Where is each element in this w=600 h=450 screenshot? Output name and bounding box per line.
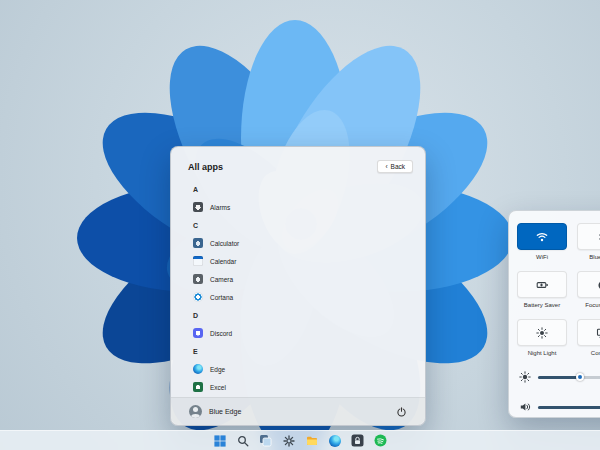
green-app-button[interactable] — [373, 433, 388, 448]
alarms-app-icon — [193, 202, 203, 212]
quick-settings-panel: WiFi Bluetooth Battery Saver Focus assis… — [508, 210, 600, 418]
lock-app-icon — [351, 434, 364, 447]
back-button[interactable]: ‹ Back — [377, 160, 413, 173]
discord-app-icon — [193, 328, 203, 338]
task-view-button[interactable] — [258, 433, 273, 448]
night-light-label: Night Light — [517, 350, 567, 356]
settings-button[interactable] — [281, 433, 296, 448]
cortana-app-icon — [193, 292, 203, 302]
user-avatar — [189, 405, 202, 418]
search-button[interactable] — [235, 433, 250, 448]
task-view-icon — [259, 434, 272, 447]
camera-app-icon — [193, 274, 203, 284]
search-icon — [237, 435, 249, 447]
power-icon — [396, 406, 407, 418]
back-chevron-icon: ‹ — [385, 163, 387, 170]
bluetooth-toggle[interactable] — [577, 223, 600, 250]
start-menu-header: All apps ‹ Back — [188, 160, 413, 173]
start-icon — [214, 435, 226, 447]
app-item-cortana[interactable]: Cortana — [191, 288, 415, 306]
file-explorer-button[interactable] — [304, 433, 319, 448]
app-item-calculator[interactable]: Calculator — [191, 234, 415, 252]
night-light-icon — [536, 327, 548, 339]
user-account-button[interactable]: Blue Edge — [189, 405, 241, 418]
volume-slider[interactable] — [519, 401, 600, 413]
section-letter-e[interactable]: E — [191, 342, 415, 360]
excel-app-icon — [193, 382, 203, 392]
wifi-icon — [536, 231, 548, 242]
quick-setting-wifi: WiFi — [517, 223, 567, 260]
edge-app-icon — [193, 364, 203, 374]
lock-app-button[interactable] — [350, 433, 365, 448]
user-name: Blue Edge — [209, 408, 241, 415]
section-letter-a[interactable]: A — [191, 180, 415, 198]
start-menu-panel: All apps ‹ Back A Alarms C Calculator Ca… — [170, 146, 426, 426]
app-item-discord[interactable]: Discord — [191, 324, 415, 342]
settings-gear-icon — [283, 435, 295, 447]
battery-saver-icon — [536, 279, 549, 291]
bluetooth-label: Bluetooth — [577, 254, 600, 260]
volume-fill — [538, 406, 600, 409]
focus-icon — [596, 279, 600, 291]
start-button[interactable] — [212, 433, 227, 448]
focus-label: Focus assist — [577, 302, 600, 308]
battery-saver-toggle[interactable] — [517, 271, 567, 298]
brightness-slider[interactable] — [519, 371, 600, 383]
connect-toggle[interactable] — [577, 319, 600, 346]
brightness-icon — [519, 371, 531, 383]
edge-button[interactable] — [327, 433, 342, 448]
calendar-app-icon — [193, 256, 203, 266]
edge-icon — [329, 435, 341, 447]
calculator-app-icon — [193, 238, 203, 248]
focus-toggle[interactable] — [577, 271, 600, 298]
connect-label: Connect — [577, 350, 600, 356]
wifi-toggle[interactable] — [517, 223, 567, 250]
back-button-label: Back — [391, 163, 405, 170]
volume-track[interactable] — [538, 406, 600, 409]
green-app-icon — [374, 434, 387, 447]
quick-setting-battery-saver: Battery Saver — [517, 271, 567, 308]
section-letter-d[interactable]: D — [191, 306, 415, 324]
battery-saver-label: Battery Saver — [517, 302, 567, 308]
app-item-alarms[interactable]: Alarms — [191, 198, 415, 216]
quick-setting-night-light: Night Light — [517, 319, 567, 356]
wifi-label: WiFi — [517, 254, 567, 260]
all-apps-list: A Alarms C Calculator Calendar Camera Co… — [191, 180, 415, 396]
taskbar — [0, 430, 600, 450]
app-item-camera[interactable]: Camera — [191, 270, 415, 288]
app-item-excel[interactable]: Excel — [191, 378, 415, 396]
bluetooth-icon — [596, 231, 600, 243]
section-letter-c[interactable]: C — [191, 216, 415, 234]
power-button[interactable] — [396, 406, 407, 418]
brightness-fill — [538, 376, 580, 379]
brightness-track[interactable] — [538, 376, 600, 379]
night-light-toggle[interactable] — [517, 319, 567, 346]
app-item-calendar[interactable]: Calendar — [191, 252, 415, 270]
quick-setting-connect: Connect — [577, 319, 600, 356]
connect-icon — [596, 327, 600, 339]
volume-icon — [519, 401, 531, 413]
start-menu-footer: Blue Edge — [171, 397, 425, 425]
brightness-thumb[interactable] — [576, 373, 584, 381]
file-explorer-icon — [306, 435, 318, 446]
app-item-edge[interactable]: Edge — [191, 360, 415, 378]
all-apps-title: All apps — [188, 162, 223, 172]
quick-setting-focus: Focus assist — [577, 271, 600, 308]
quick-setting-bluetooth: Bluetooth — [577, 223, 600, 260]
